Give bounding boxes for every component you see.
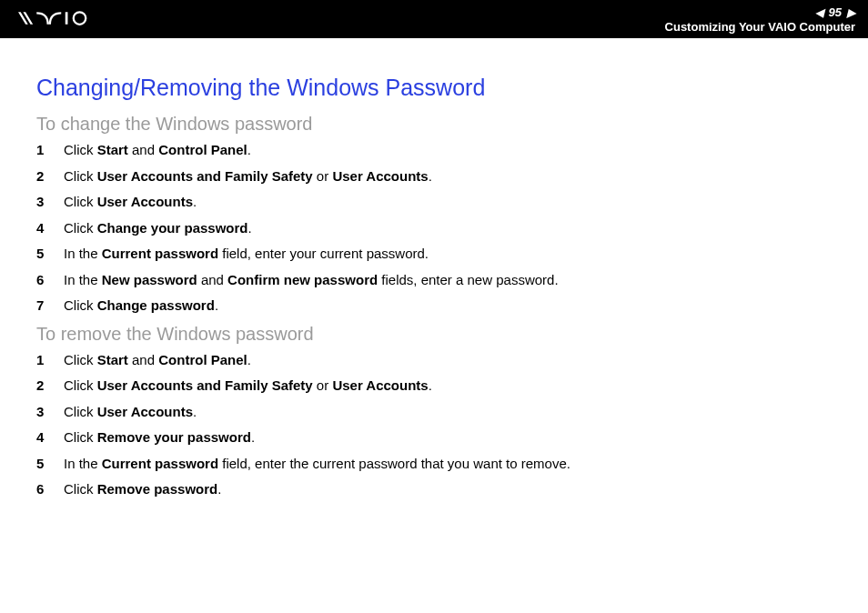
step-row: 6In the New password and Confirm new pas… (36, 270, 832, 291)
bold-term: User Accounts (332, 168, 428, 184)
step-number: 5 (36, 454, 64, 475)
step-number: 2 (36, 376, 64, 397)
remove-steps: 1Click Start and Control Panel.2Click Us… (36, 350, 832, 500)
step-number: 6 (36, 479, 64, 500)
page-number: 95 (829, 5, 842, 19)
step-row: 1Click Start and Control Panel. (36, 350, 832, 371)
bold-term: Control Panel (158, 352, 247, 367)
step-number: 3 (36, 402, 64, 423)
step-text: In the Current password field, enter you… (64, 244, 832, 265)
vaio-logo (18, 10, 100, 29)
step-row: 7Click Change password. (36, 296, 832, 317)
content-area: Changing/Removing the Windows Password T… (0, 38, 868, 500)
change-steps: 1Click Start and Control Panel.2Click Us… (36, 140, 832, 317)
step-number: 7 (36, 296, 64, 317)
bold-term: User Accounts and Family Safety (97, 377, 313, 393)
step-text: Click Start and Control Panel. (64, 350, 832, 371)
step-text: Click User Accounts. (64, 402, 832, 423)
step-text: In the Current password field, enter the… (64, 454, 832, 475)
bold-term: User Accounts (97, 404, 193, 419)
step-number: 1 (36, 140, 64, 161)
bold-term: Confirm new password (227, 272, 378, 287)
bold-term: Current password (102, 456, 218, 471)
header-right: ◀ 95 ▶ Customizing Your VAIO Computer (665, 5, 855, 33)
step-number: 4 (36, 218, 64, 239)
step-row: 2Click User Accounts and Family Safety o… (36, 376, 832, 397)
step-text: Click Start and Control Panel. (64, 140, 832, 161)
svg-rect-0 (66, 12, 68, 25)
bold-term: Control Panel (158, 142, 247, 157)
bold-term: User Accounts (97, 194, 193, 209)
step-number: 1 (36, 350, 64, 371)
step-text: Click User Accounts and Family Safety or… (64, 376, 832, 397)
bold-term: Change your password (97, 220, 248, 236)
svg-point-1 (74, 12, 86, 25)
step-row: 5In the Current password field, enter yo… (36, 244, 832, 265)
bold-term: Remove your password (97, 429, 251, 445)
step-text: Click Remove your password. (64, 427, 832, 448)
step-text: In the New password and Confirm new pass… (64, 270, 832, 291)
step-row: 4Click Change your password. (36, 218, 832, 239)
change-heading: To change the Windows password (36, 114, 832, 135)
remove-heading: To remove the Windows password (36, 324, 832, 345)
step-text: Click User Accounts. (64, 192, 832, 213)
step-number: 3 (36, 192, 64, 213)
bold-term: New password (102, 272, 197, 287)
step-row: 3Click User Accounts. (36, 402, 832, 423)
step-number: 4 (36, 427, 64, 448)
bold-term: Remove password (97, 481, 218, 497)
step-row: 3Click User Accounts. (36, 192, 832, 213)
step-row: 1Click Start and Control Panel. (36, 140, 832, 161)
step-row: 5In the Current password field, enter th… (36, 454, 832, 475)
step-text: Click Change password. (64, 296, 832, 317)
page-title: Changing/Removing the Windows Password (36, 75, 832, 101)
step-row: 2Click User Accounts and Family Safety o… (36, 166, 832, 187)
step-text: Click User Accounts and Family Safety or… (64, 166, 832, 187)
bold-term: User Accounts (332, 377, 428, 393)
step-row: 6Click Remove password. (36, 479, 832, 500)
bold-term: Start (97, 352, 128, 367)
section-label: Customizing Your VAIO Computer (665, 21, 855, 33)
bold-term: Change password (97, 297, 215, 313)
step-number: 5 (36, 244, 64, 265)
page-header: ◀ 95 ▶ Customizing Your VAIO Computer (0, 0, 868, 38)
step-number: 2 (36, 166, 64, 187)
prev-page-icon[interactable]: ◀ (815, 6, 823, 19)
bold-term: User Accounts and Family Safety (97, 168, 313, 184)
step-text: Click Change your password. (64, 218, 832, 239)
step-number: 6 (36, 270, 64, 291)
page-nav: ◀ 95 ▶ (815, 5, 855, 19)
bold-term: Current password (102, 246, 218, 261)
step-text: Click Remove password. (64, 479, 832, 500)
step-row: 4Click Remove your password. (36, 427, 832, 448)
bold-term: Start (97, 142, 128, 157)
next-page-icon[interactable]: ▶ (847, 6, 855, 19)
